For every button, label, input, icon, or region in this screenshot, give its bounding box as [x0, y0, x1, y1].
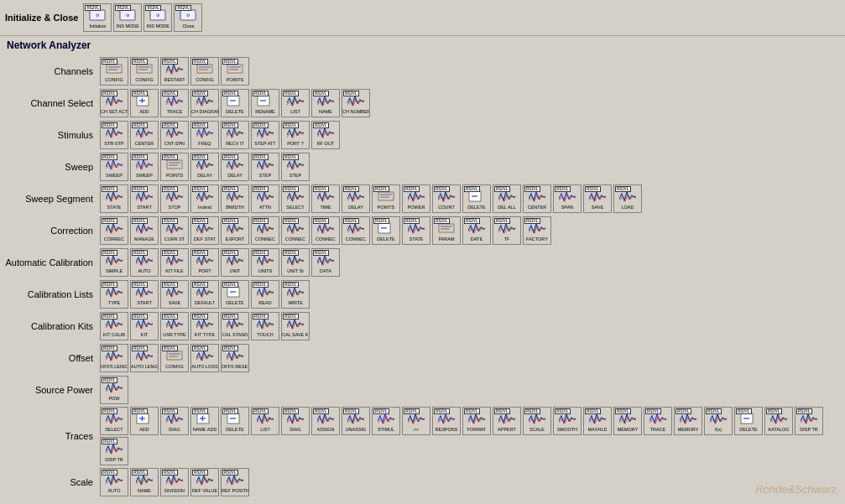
btn-tr-format[interactable]: RS2VL FORMAT: [462, 407, 491, 435]
btn-ss-state[interactable]: RS2VL STATE: [100, 184, 128, 213]
btn-tr-appert[interactable]: RS2VL APPERT: [493, 407, 521, 435]
btn-ss-start[interactable]: RS2VL START: [130, 184, 159, 213]
btn-sw-sweep[interactable]: RS2VL SWEEP: [100, 153, 128, 181]
btn-ss-points[interactable]: RS2VL POINTS: [372, 184, 400, 213]
btn-of-config[interactable]: RS2VL CONFIG: [160, 344, 189, 372]
btn-st-cntspn[interactable]: RS2VL CNT-SPN: [160, 121, 189, 149]
btn-co-connec2[interactable]: RS2VL CONNEC: [281, 216, 310, 245]
btn-ss-select[interactable]: RS2VL SELECT: [281, 184, 310, 213]
btn-tr-disptr1[interactable]: RS2VL DISP TR: [795, 407, 823, 435]
btn-cs-delete[interactable]: RS2VL DELETE: [221, 89, 249, 117]
btn-cs-add[interactable]: RS2VL ADD: [130, 89, 159, 117]
btn-tr-memory2[interactable]: RS2VL MEMORY: [674, 407, 702, 435]
btn-cs-rename[interactable]: RS2VL RENAME: [251, 89, 279, 117]
btn-ch-config2[interactable]: RS2VL CONFIG: [130, 57, 159, 86]
btn-cl-read[interactable]: RS2VL READ: [251, 280, 279, 309]
btn-ck-kit[interactable]: RS2VL KIT: [130, 312, 159, 340]
btn-tr-assign[interactable]: RS2VL ASSIGN: [311, 407, 340, 435]
btn-tr-add[interactable]: RS2VL ADD: [130, 407, 159, 435]
btn-cs-list[interactable]: RS2VL LIST: [281, 89, 310, 117]
btn-co-connec3[interactable]: RS2VL CONNEC: [311, 216, 340, 245]
btn-tr-diag2[interactable]: RS2VL DIAG: [281, 407, 310, 435]
btn-ch-points[interactable]: RS2VL POINTS: [221, 57, 249, 86]
btn-tr-fx[interactable]: RS2VL f(x): [704, 407, 733, 435]
btn-co-delete[interactable]: RS2VL DELETE: [372, 216, 400, 245]
btn-co-export[interactable]: RS2VL EXPORT: [221, 216, 249, 245]
btn-tr-respons[interactable]: RS2VL RESPONS: [432, 407, 461, 435]
btn-tr-katalog[interactable]: RS2VL KATALOG: [764, 407, 793, 435]
btn-of-length[interactable]: RS2VL OFFS LENGTH: [100, 344, 128, 372]
btn-st-port[interactable]: RS2VL PORT ?: [281, 121, 310, 149]
btn-tr-scale[interactable]: RS2VL SCALE: [523, 407, 551, 435]
btn-tr-stimul[interactable]: RS2VL STIMUL: [372, 407, 400, 435]
btn-tr-maxhld[interactable]: RS2VL MAXHLD: [583, 407, 612, 435]
btn-sw-sweep2[interactable]: RS2VL SWEEP: [130, 153, 159, 181]
btn-ck-calib[interactable]: RS2VL KIT CALIB: [100, 312, 128, 340]
btn-cs-trace[interactable]: RS2VL TRACE: [160, 89, 189, 117]
btn-insmode1[interactable]: RS2VL ⚙ INS MODE: [113, 3, 142, 32]
btn-sp-pow[interactable]: RS2VL POW: [100, 376, 128, 404]
btn-co-correc[interactable]: RS2VL CORREC: [100, 216, 128, 245]
btn-ac-unit[interactable]: RS2VL UNIT: [221, 248, 249, 277]
btn-ck-kittype[interactable]: RS2VL KIT TYPE: [190, 312, 219, 340]
btn-ss-power[interactable]: RS2VL POWER: [402, 184, 430, 213]
btn-co-connec4[interactable]: RS2VL CONNEC: [342, 216, 370, 245]
btn-tr-select[interactable]: RS2VL SELECT: [100, 407, 128, 435]
btn-sw-delay[interactable]: RS2VL DELAY: [190, 153, 219, 181]
btn-st-stepatt[interactable]: RS2VL STEP ATT: [251, 121, 279, 149]
btn-insmode2[interactable]: RS2VL ⚙ INS MODE: [143, 3, 172, 32]
btn-sw-points[interactable]: RS2VL POINTS: [160, 153, 189, 181]
btn-sw-delay2[interactable]: RS2VL DELAY: [221, 153, 249, 181]
btn-co-state[interactable]: RS2VL STATE: [402, 216, 430, 245]
btn-ck-touch[interactable]: RS2VL TOUCH: [251, 312, 279, 340]
btn-cs-name[interactable]: RS2VL NAME: [311, 89, 340, 117]
btn-init[interactable]: RS2VL ⚙ Initialize: [83, 3, 112, 32]
btn-of-loss[interactable]: RS2VL AUTO LOSS: [190, 344, 219, 372]
btn-ch-restart[interactable]: RS2VL RESTART: [160, 57, 189, 86]
btn-cl-type[interactable]: RS2VL TYPE: [100, 280, 128, 309]
btn-ck-usrtype[interactable]: RS2VL USR TYPE: [160, 312, 189, 340]
btn-co-tf[interactable]: RS2VL TF: [493, 216, 521, 245]
btn-tr-memory[interactable]: RS2VL MEMORY: [613, 407, 642, 435]
btn-cl-delete[interactable]: RS2VL DELETE: [221, 280, 249, 309]
btn-ac-kitfile[interactable]: RS2VL KIT FILE: [160, 248, 189, 277]
btn-ss-delete[interactable]: RS2VL DELETE: [462, 184, 491, 213]
btn-tr-trace[interactable]: RS2VL TRACE: [644, 407, 672, 435]
btn-sc-div[interactable]: RS2VL DIVISION: [160, 468, 189, 496]
btn-ss-center[interactable]: RS2VL CENTER: [523, 184, 551, 213]
btn-tr-smooth[interactable]: RS2VL SMOOTH: [553, 407, 582, 435]
btn-cl-start[interactable]: RS2VL START: [130, 280, 159, 309]
btn-tr-nameadd[interactable]: RS2VL NAME ADD: [190, 407, 219, 435]
btn-cl-write[interactable]: RS2VL WRITE: [281, 280, 310, 309]
btn-tr-list[interactable]: RS2VL LIST: [251, 407, 279, 435]
btn-ss-time[interactable]: RS2VL TIME: [311, 184, 340, 213]
btn-cl-default[interactable]: RS2VL DEFAULT: [190, 280, 219, 309]
btn-cs-ch2[interactable]: RS2VL CH DIAGRAM: [190, 89, 219, 117]
btn-ck-savekit[interactable]: RS2VL CAL SAVE KIT: [281, 312, 310, 340]
btn-tr-delete[interactable]: RS2VL DELETE: [221, 407, 249, 435]
btn-sc-value[interactable]: RS2VL REF VALUE: [190, 468, 219, 496]
btn-co-factory[interactable]: RS2VL FACTORY: [523, 216, 551, 245]
btn-ac-auto[interactable]: RS2VL AUTO: [130, 248, 159, 277]
btn-ch-config[interactable]: RS2VL CONFIG: [100, 57, 128, 86]
btn-of-reset[interactable]: RS2VL OFFS RESET: [221, 344, 249, 372]
btn-ss-individ[interactable]: RS2VL Individ: [190, 184, 219, 213]
btn-ck-stand[interactable]: RS2VL CAL STAND: [221, 312, 249, 340]
btn-co-currst[interactable]: RS2VL CURR ST: [160, 216, 189, 245]
btn-tr-disptr2[interactable]: RS2VL DISP TR: [100, 437, 128, 465]
btn-ss-delall[interactable]: RS2VL DEL ALL: [493, 184, 521, 213]
btn-co-param[interactable]: RS2VL PARAM: [432, 216, 461, 245]
btn-cl-save[interactable]: RS2VL SAVE: [160, 280, 189, 309]
btn-sc-auto[interactable]: RS2VL AUTO: [100, 468, 128, 496]
btn-ss-save[interactable]: RS2VL SAVE: [583, 184, 612, 213]
btn-st-center[interactable]: RS2VL CENTER: [130, 121, 159, 149]
btn-sw-step[interactable]: RS2VL STEP: [251, 153, 279, 181]
btn-cs-ch[interactable]: RS2VL CH SET ACT: [100, 89, 128, 117]
btn-ss-bwidth[interactable]: RS2VL BWIDTH: [221, 184, 249, 213]
btn-co-defstat[interactable]: RS2VL DEF STAT: [190, 216, 219, 245]
btn-ac-port[interactable]: RS2VL PORT: [190, 248, 219, 277]
btn-st-freq[interactable]: RS2VL FREQ: [190, 121, 219, 149]
btn-tr-delete2[interactable]: RS2VL DELETE: [734, 407, 763, 435]
btn-ac-simple[interactable]: RS2VL SIMPLE: [100, 248, 128, 277]
btn-ac-unitst[interactable]: RS2VL UNIT St: [281, 248, 310, 277]
